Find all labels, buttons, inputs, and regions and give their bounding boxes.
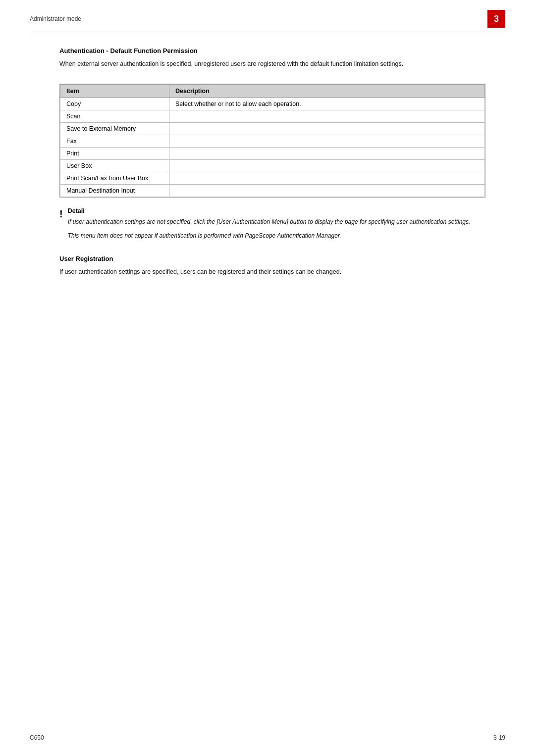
note-content: Detail If user authentication settings a… (68, 207, 485, 245)
header-page-num: 3 (487, 10, 505, 28)
table-cell-item: Print (60, 147, 169, 159)
table-row: User Box (60, 159, 485, 172)
section2-body: If user authentication settings are spec… (59, 267, 505, 277)
section1-title: Authentication - Default Function Permis… (59, 47, 505, 54)
footer-bar: C650 3-19 (30, 734, 505, 741)
section1-body: When external server authentication is s… (59, 59, 505, 69)
table-cell-item: Scan (60, 110, 169, 122)
note-text1: If user authentication settings are not … (68, 217, 485, 226)
table-cell-desc (169, 147, 485, 159)
function-permission-table: Item Description CopySelect whether or n… (60, 84, 485, 197)
table-row: Scan (60, 110, 485, 122)
table-header-row: Item Description (60, 84, 485, 98)
table-row: Fax (60, 135, 485, 147)
table-cell-desc (169, 122, 485, 135)
table-cell-item: Fax (60, 135, 169, 147)
page-container: Administrator mode 3 Authentication - De… (0, 0, 535, 756)
section2-title: User Registration (59, 255, 505, 262)
footer-model: C650 (30, 734, 44, 741)
header-mode-label: Administrator mode (30, 15, 81, 22)
table-cell-desc (169, 110, 485, 122)
table-cell-desc: Select whether or not to allow each oper… (169, 98, 485, 110)
col-item-header: Item (60, 84, 169, 98)
table-cell-item: Manual Destination Input (60, 184, 169, 197)
table-row: Print Scan/Fax from User Box (60, 172, 485, 184)
note-block: ! Detail If user authentication settings… (59, 207, 485, 245)
footer-page: 3-19 (493, 734, 505, 741)
col-desc-header: Description (169, 84, 485, 98)
table-row: Manual Destination Input (60, 184, 485, 197)
table-cell-desc (169, 184, 485, 197)
table-cell-desc (169, 172, 485, 184)
table-cell-item: Save to External Memory (60, 122, 169, 135)
table-container: Item Description CopySelect whether or n… (59, 84, 485, 198)
table-cell-item: Copy (60, 98, 169, 110)
header-bar: Administrator mode 3 (30, 10, 505, 32)
table-cell-item: User Box (60, 159, 169, 172)
table-row: Save to External Memory (60, 122, 485, 135)
note-title: Detail (68, 207, 485, 214)
chapter-tab: 3 (487, 10, 505, 28)
note-text2: This menu item does not appear if authen… (68, 231, 485, 240)
table-row: Print (60, 147, 485, 159)
table-cell-desc (169, 135, 485, 147)
table-row: CopySelect whether or not to allow each … (60, 98, 485, 110)
table-cell-desc (169, 159, 485, 172)
content-area: Authentication - Default Function Permis… (30, 47, 505, 277)
table-cell-item: Print Scan/Fax from User Box (60, 172, 169, 184)
note-exclaim-icon: ! (59, 208, 63, 245)
